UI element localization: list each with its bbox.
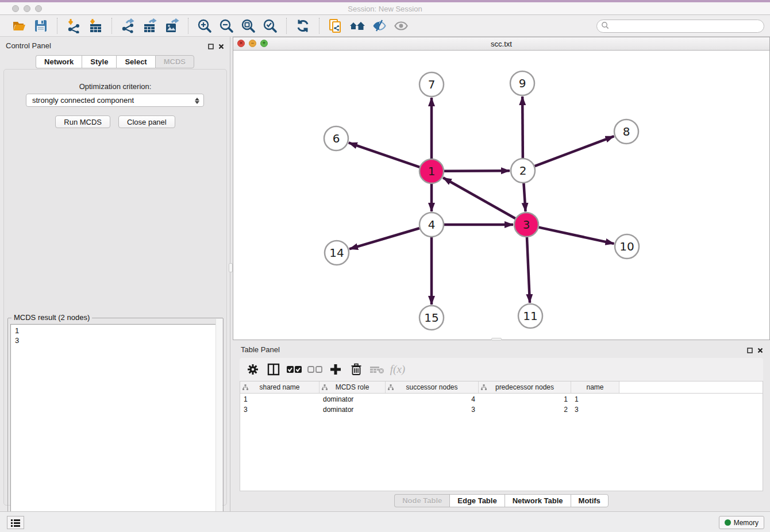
tab-network[interactable]: Network: [36, 55, 82, 68]
table-row[interactable]: 1 dominator 4 1 1: [240, 395, 763, 404]
optimization-criterion-dropdown[interactable]: strongly connected component: [26, 94, 204, 107]
export-network-icon[interactable]: [120, 17, 137, 34]
graph-node-8[interactable]: 8: [614, 119, 638, 144]
svg-text:2: 2: [519, 164, 527, 178]
vertical-splitter-handle[interactable]: [229, 263, 233, 272]
delete-column-icon[interactable]: [348, 361, 365, 378]
show-panel-icon[interactable]: [392, 17, 410, 34]
float-table-panel-icon[interactable]: [747, 345, 753, 356]
split-columns-icon[interactable]: [265, 361, 282, 378]
refresh-icon[interactable]: [294, 17, 311, 34]
column-header-shared-name[interactable]: shared name: [240, 381, 319, 393]
tab-network-table[interactable]: Network Table: [505, 494, 571, 507]
import-network-icon[interactable]: [65, 17, 82, 34]
mcds-result-text[interactable]: 1 3: [10, 324, 221, 531]
save-icon[interactable]: [32, 17, 49, 34]
task-history-button[interactable]: [7, 516, 24, 529]
control-panel-title: Control Panel: [6, 41, 51, 50]
float-panel-icon[interactable]: [208, 41, 214, 52]
zoom-in-icon[interactable]: [196, 17, 213, 34]
dropdown-selected-value: strongly connected component: [32, 96, 134, 105]
optimization-criterion-label: Optimization criterion:: [4, 82, 226, 91]
graph-node-15[interactable]: 15: [419, 306, 444, 330]
network-graph[interactable]: 1234678910111415: [233, 51, 769, 340]
gear-icon[interactable]: [244, 361, 261, 378]
horizontal-splitter-handle[interactable]: [491, 338, 502, 341]
result-scrollbar[interactable]: [215, 319, 222, 525]
graph-edge-1-2[interactable]: [444, 171, 510, 171]
svg-text:4: 4: [428, 218, 436, 232]
delete-table-icon[interactable]: [368, 361, 386, 378]
close-panel-button[interactable]: Close panel: [118, 115, 175, 128]
close-panel-icon[interactable]: [218, 41, 224, 52]
run-mcds-button[interactable]: Run MCDS: [55, 115, 110, 128]
control-panel-tabs: Network Style Select MCDS: [0, 55, 230, 68]
function-builder-icon[interactable]: f(x): [389, 361, 406, 378]
column-type-icon: [242, 384, 248, 390]
graph-node-10[interactable]: 10: [615, 234, 639, 259]
graph-node-1[interactable]: 1: [419, 159, 444, 183]
svg-text:9: 9: [519, 76, 526, 90]
add-column-icon[interactable]: [327, 361, 344, 378]
column-header-mcds-role[interactable]: MCDS role: [319, 381, 386, 393]
svg-text:3: 3: [523, 218, 530, 232]
graph-edge-3-10[interactable]: [538, 228, 614, 244]
column-header-predecessor-nodes[interactable]: predecessor nodes: [479, 381, 571, 393]
graph-node-2[interactable]: 2: [511, 159, 535, 183]
graph-node-9[interactable]: 9: [510, 71, 534, 95]
table-panel-tabs: Node Table Edge Table Network Table Moti…: [233, 494, 770, 507]
memory-label: Memory: [734, 519, 759, 527]
app-titlebar: Session: New Session: [0, 2, 770, 15]
tab-motifs[interactable]: Motifs: [571, 494, 609, 507]
svg-text:15: 15: [424, 311, 438, 325]
export-image-icon[interactable]: [163, 17, 180, 34]
column-header-name[interactable]: name: [571, 381, 619, 393]
graph-node-4[interactable]: 4: [419, 213, 444, 237]
tab-edge-table[interactable]: Edge Table: [449, 494, 504, 507]
zoom-selected-icon[interactable]: [261, 17, 279, 34]
search-input[interactable]: [596, 20, 764, 33]
hide-panel-icon[interactable]: [371, 17, 388, 34]
zoom-fit-icon[interactable]: [240, 17, 257, 34]
table-row[interactable]: 3 dominator 3 2 3: [240, 405, 763, 414]
graph-edge-2-9[interactable]: [522, 97, 523, 158]
column-type-icon: [322, 384, 328, 390]
tab-select[interactable]: Select: [116, 55, 155, 68]
column-header-successor-nodes[interactable]: successor nodes: [386, 381, 479, 393]
node-table: shared name MCDS role successor nodes pr…: [240, 381, 763, 491]
home-networks-icon[interactable]: [349, 17, 366, 34]
graph-edge-3-11[interactable]: [527, 237, 530, 303]
node-table-header: shared name MCDS role successor nodes pr…: [240, 381, 763, 394]
table-panel-title: Table Panel: [241, 345, 280, 354]
copy-network-icon[interactable]: [327, 17, 344, 34]
svg-text:14: 14: [329, 246, 344, 260]
tab-mcds[interactable]: MCDS: [155, 55, 194, 68]
graph-node-6[interactable]: 6: [324, 126, 348, 151]
graph-node-11[interactable]: 11: [518, 304, 542, 328]
zoom-out-icon[interactable]: [218, 17, 235, 34]
tab-node-table[interactable]: Node Table: [394, 494, 449, 507]
tab-style[interactable]: Style: [82, 55, 116, 68]
dropdown-stepper-icon: [194, 96, 200, 105]
graph-edge-3-1[interactable]: [443, 178, 515, 218]
import-table-icon[interactable]: [87, 17, 104, 34]
memory-button[interactable]: Memory: [719, 516, 764, 529]
mcds-tab-content: Optimization criterion: strongly connect…: [3, 69, 227, 506]
hide-columns-icon[interactable]: [306, 361, 324, 378]
export-table-icon[interactable]: [141, 17, 159, 34]
close-table-panel-icon[interactable]: [757, 345, 763, 356]
graph-edge-1-6[interactable]: [349, 142, 419, 167]
graph-node-7[interactable]: 7: [419, 72, 444, 97]
graph-edge-4-14[interactable]: [349, 228, 419, 249]
network-window-titlebar[interactable]: ✕ − + scc.txt: [233, 37, 769, 51]
open-folder-icon[interactable]: [10, 17, 28, 34]
graph-node-14[interactable]: 14: [325, 241, 349, 265]
show-checked-columns-icon[interactable]: [286, 361, 303, 378]
status-bar: Memory: [0, 511, 770, 532]
graph-node-3[interactable]: 3: [514, 213, 538, 237]
graph-edge-2-3[interactable]: [523, 183, 525, 211]
toolbar-separator: [57, 18, 57, 34]
toolbar-separator: [319, 18, 319, 34]
graph-edge-2-8[interactable]: [535, 136, 614, 166]
svg-text:6: 6: [333, 132, 340, 145]
